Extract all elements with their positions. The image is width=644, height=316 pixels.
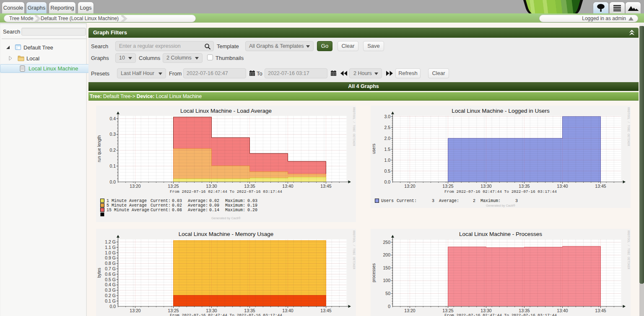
svg-text:13:30: 13:30	[480, 308, 491, 313]
svg-text:3: 3	[432, 199, 434, 203]
svg-text:0.08: 0.08	[172, 208, 182, 212]
svg-text:0.2 G: 0.2 G	[105, 293, 116, 298]
svg-text:3.0: 3.0	[384, 114, 390, 119]
svg-text:RRDTOOL / TOBI OETIKER: RRDTOOL / TOBI OETIKER	[627, 107, 630, 146]
svg-text:13:20: 13:20	[404, 308, 415, 313]
svg-text:From 2022-07-16 02:47:44 To 20: From 2022-07-16 02:47:44 To 2022-07-16 0…	[444, 313, 557, 316]
svg-text:150: 150	[383, 265, 390, 270]
svg-text:Generated by Cacti®: Generated by Cacti®	[486, 204, 516, 207]
svg-text:0.5 G: 0.5 G	[105, 277, 116, 282]
svg-text:Local Linux Machine - Processe: Local Linux Machine - Processes	[459, 231, 542, 237]
svg-text:13:45: 13:45	[595, 184, 606, 189]
svg-text:From 2022-07-16 02:47:44 To 20: From 2022-07-16 02:47:44 To 2022-07-16 0…	[170, 313, 282, 316]
svg-text:13:25: 13:25	[168, 308, 179, 313]
svg-text:0.0: 0.0	[109, 304, 116, 309]
svg-text:Local Linux Machine - Memory U: Local Linux Machine - Memory Usage	[179, 231, 274, 237]
svg-text:Maximum:: Maximum:	[225, 203, 245, 208]
svg-text:0.09: 0.09	[209, 203, 219, 208]
svg-text:0.19: 0.19	[247, 203, 257, 208]
svg-text:Local Linux Machine - Logged i: Local Linux Machine - Logged in Users	[452, 108, 550, 114]
svg-text:13:35: 13:35	[244, 308, 255, 313]
svg-text:Average:: Average:	[188, 203, 208, 208]
svg-text:processes: processes	[371, 263, 376, 282]
svg-text:1.2 G: 1.2 G	[105, 239, 116, 244]
svg-text:Current:: Current:	[151, 203, 171, 208]
svg-text:13:35: 13:35	[519, 308, 530, 313]
svg-text:Users: Users	[381, 199, 394, 203]
svg-text:Average:: Average:	[439, 199, 459, 203]
svg-text:100: 100	[383, 278, 390, 283]
svg-text:0.7 G: 0.7 G	[105, 266, 116, 271]
svg-text:200: 200	[383, 252, 390, 257]
svg-text:0.9 G: 0.9 G	[105, 255, 116, 260]
svg-text:5 Minute Average: 5 Minute Average	[106, 203, 147, 208]
svg-text:0.5: 0.5	[384, 168, 390, 174]
svg-text:0.4 G: 0.4 G	[105, 282, 116, 287]
svg-text:Current:: Current:	[151, 199, 171, 203]
svg-text:1.0: 1.0	[384, 158, 390, 163]
svg-text:Average:: Average:	[188, 208, 208, 212]
svg-text:users: users	[371, 144, 376, 154]
svg-text:Generated by Cacti®: Generated by Cacti®	[211, 216, 241, 220]
svg-text:Maximum:: Maximum:	[225, 208, 245, 212]
svg-text:RRDTOOL / TOBI OETIKER: RRDTOOL / TOBI OETIKER	[352, 107, 356, 146]
svg-text:0.20: 0.20	[247, 208, 257, 212]
svg-text:Average:: Average:	[188, 199, 208, 203]
svg-text:13:40: 13:40	[557, 184, 568, 189]
svg-text:0.3: 0.3	[109, 132, 116, 137]
svg-text:0.3 G: 0.3 G	[105, 288, 116, 293]
svg-text:1 Minute Average: 1 Minute Average	[106, 199, 147, 203]
svg-text:2.5: 2.5	[384, 125, 390, 130]
svg-text:13:20: 13:20	[404, 184, 415, 189]
svg-text:0.4: 0.4	[109, 116, 116, 121]
svg-text:13:40: 13:40	[282, 308, 293, 313]
svg-text:bytes: bytes	[97, 268, 101, 278]
svg-text:13:35: 13:35	[244, 184, 255, 189]
svg-text:0.1: 0.1	[109, 163, 116, 168]
svg-text:13:45: 13:45	[320, 184, 331, 189]
svg-text:13:25: 13:25	[442, 308, 453, 313]
svg-text:13:25: 13:25	[168, 184, 179, 189]
svg-text:0.0: 0.0	[384, 179, 390, 184]
svg-text:13:20: 13:20	[130, 184, 140, 189]
svg-text:RRDTOOL / TOBI OETIKER: RRDTOOL / TOBI OETIKER	[352, 231, 356, 269]
svg-text:From 2022-07-16 02:47:44 To 20: From 2022-07-16 02:47:44 To 2022-07-16 0…	[170, 189, 282, 194]
svg-text:2: 2	[473, 199, 475, 203]
svg-text:From 2022-07-16 02:47:44 To 20: From 2022-07-16 02:47:44 To 2022-07-16 0…	[444, 189, 557, 194]
svg-text:Current:: Current:	[151, 208, 171, 212]
svg-text:0.03: 0.03	[247, 199, 257, 203]
svg-text:13:30: 13:30	[480, 184, 491, 189]
svg-text:1.0 G: 1.0 G	[105, 250, 116, 255]
svg-text:run que length: run que length	[97, 135, 101, 162]
svg-text:0.02: 0.02	[209, 199, 219, 203]
svg-text:1.5: 1.5	[384, 147, 390, 152]
svg-text:RRDTOOL / TOBI OETIKER: RRDTOOL / TOBI OETIKER	[627, 231, 630, 269]
svg-text:13:35: 13:35	[519, 184, 530, 189]
svg-text:250: 250	[383, 240, 390, 245]
svg-text:0.8 G: 0.8 G	[105, 261, 116, 266]
svg-text:0.02: 0.02	[172, 203, 182, 208]
svg-text:0.14: 0.14	[209, 208, 219, 212]
svg-text:Maximum:: Maximum:	[480, 199, 501, 203]
svg-text:0.6 G: 0.6 G	[105, 272, 116, 277]
svg-text:Maximum:: Maximum:	[225, 199, 245, 203]
svg-text:1.1 G: 1.1 G	[105, 245, 116, 250]
svg-text:2.0: 2.0	[384, 136, 390, 141]
svg-text:0.0: 0.0	[109, 179, 116, 184]
svg-text:13:25: 13:25	[442, 184, 453, 189]
svg-text:0: 0	[388, 304, 390, 309]
svg-text:13:20: 13:20	[130, 308, 140, 313]
svg-text:15 Minute Average: 15 Minute Average	[106, 208, 149, 212]
svg-text:0.2: 0.2	[109, 148, 116, 153]
svg-text:13:30: 13:30	[206, 184, 217, 189]
svg-text:0.03: 0.03	[172, 199, 182, 203]
svg-text:3: 3	[515, 199, 518, 203]
svg-text:13:40: 13:40	[557, 308, 568, 313]
svg-text:13:45: 13:45	[595, 308, 606, 313]
svg-text:13:45: 13:45	[320, 308, 331, 313]
svg-text:50: 50	[385, 291, 390, 296]
svg-text:13:30: 13:30	[206, 308, 217, 313]
svg-text:13:40: 13:40	[282, 184, 293, 189]
svg-text:Current:: Current:	[397, 199, 417, 203]
svg-text:Local Linux Machine - Load Ave: Local Linux Machine - Load Average	[180, 108, 272, 114]
